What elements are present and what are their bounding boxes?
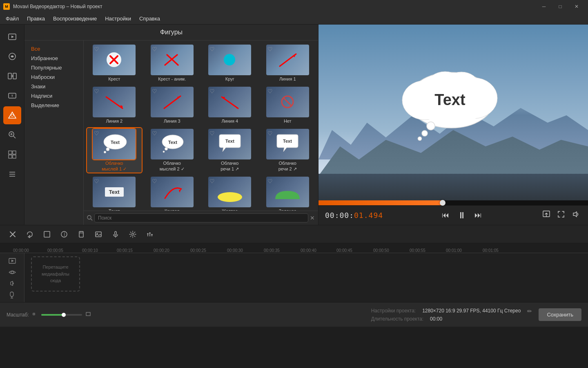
search-clear-button[interactable]: ✕ bbox=[310, 215, 315, 221]
skip-back-button[interactable]: ⏮ bbox=[439, 209, 452, 222]
search-bar: ✕ bbox=[84, 211, 318, 225]
filter-sketches[interactable]: Наброски bbox=[29, 73, 83, 81]
pause-button[interactable]: ⏸ bbox=[455, 209, 468, 222]
save-button[interactable]: Сохранить bbox=[539, 308, 581, 321]
menu-settings[interactable]: Настройки bbox=[101, 14, 135, 23]
zoom-max-icon[interactable] bbox=[85, 311, 91, 318]
shape-line2[interactable]: ♡ Линия 2 bbox=[87, 86, 142, 125]
volume-button[interactable] bbox=[570, 209, 581, 222]
filter-favorites[interactable]: Избранное bbox=[29, 54, 83, 63]
preview-area: Text 00:00:01.494 ⏮ ⏸ ⏭ bbox=[318, 25, 588, 225]
zoom-min-icon[interactable] bbox=[32, 311, 38, 318]
shape-thought2-label: Облачкомыслей 2 ✓ bbox=[160, 161, 185, 171]
shapes-grid-container[interactable]: ♡ Крест bbox=[84, 40, 318, 211]
fav-curved[interactable]: ♡ bbox=[152, 178, 157, 184]
fav-yellow[interactable]: ♡ bbox=[209, 178, 215, 184]
search-input[interactable] bbox=[94, 213, 308, 222]
zoom-slider[interactable] bbox=[41, 314, 82, 316]
app-icon: M bbox=[3, 3, 10, 10]
svg-rect-14 bbox=[13, 151, 16, 154]
menu-help[interactable]: Справка bbox=[135, 14, 164, 23]
filter-selection[interactable]: Выделение bbox=[29, 101, 83, 110]
fullscreen-button[interactable] bbox=[555, 209, 567, 222]
thought-bubble[interactable]: Text bbox=[392, 65, 498, 139]
progress-knob[interactable] bbox=[440, 200, 445, 206]
tool-undo[interactable] bbox=[24, 228, 36, 240]
svg-text:Text: Text bbox=[434, 91, 466, 108]
export-button[interactable] bbox=[541, 209, 552, 222]
audio-track-icon[interactable] bbox=[2, 280, 22, 287]
tool-crop[interactable] bbox=[41, 228, 53, 240]
fav-speech2[interactable]: ♡ bbox=[267, 130, 273, 137]
tool-equalizer[interactable] bbox=[144, 228, 156, 240]
shape-line4[interactable]: ♡ Линия 4 bbox=[203, 86, 257, 125]
shape-line3[interactable]: ♡ Линия 3 bbox=[145, 86, 200, 125]
shape-speech2[interactable]: ♡ Text Облачкоречи 2 ↗ bbox=[261, 128, 315, 172]
shape-none-label: Нет bbox=[284, 119, 292, 124]
menu-edit[interactable]: Правка bbox=[23, 14, 49, 23]
sidebar-effects-icon[interactable] bbox=[3, 47, 21, 65]
shape-yellow[interactable]: ♡ Желтое bbox=[203, 176, 257, 211]
shape-thought2[interactable]: ♡ Text Облачкомыслей 2 ✓ bbox=[145, 128, 200, 172]
menu-file[interactable]: Файл bbox=[2, 14, 23, 23]
fav-cross-anim[interactable]: ♡ bbox=[152, 46, 157, 52]
shape-circle[interactable]: ♡ Круг bbox=[203, 44, 257, 83]
shape-cross[interactable]: ♡ Крест bbox=[87, 44, 142, 83]
menu-playback[interactable]: Воспроизведение bbox=[49, 14, 101, 23]
sidebar-media-icon[interactable] bbox=[3, 28, 21, 46]
shape-circle-label: Круг bbox=[225, 76, 234, 82]
fav-line4[interactable]: ♡ bbox=[209, 88, 215, 94]
fav-speech1[interactable]: ♡ bbox=[209, 130, 215, 137]
svg-point-44 bbox=[163, 151, 165, 153]
sidebar-transitions-icon[interactable] bbox=[3, 67, 21, 85]
tool-delete[interactable] bbox=[7, 228, 19, 240]
shape-line1-label: Линия 1 bbox=[279, 76, 296, 82]
tool-remove-clip[interactable] bbox=[75, 228, 87, 240]
sidebar-titles-icon[interactable]: T bbox=[3, 87, 21, 105]
tool-settings[interactable] bbox=[127, 228, 139, 240]
shape-cross-anim[interactable]: ♡ Крест - аним. bbox=[145, 44, 200, 83]
close-button[interactable]: ✕ bbox=[568, 0, 585, 13]
fav-circle[interactable]: ♡ bbox=[209, 46, 215, 52]
shape-none[interactable]: ♡ Нет bbox=[261, 86, 315, 125]
filter-captions[interactable]: Надписи bbox=[29, 92, 83, 100]
tool-color[interactable] bbox=[58, 228, 70, 240]
maximize-button[interactable]: □ bbox=[552, 0, 568, 13]
fav-cross[interactable]: ♡ bbox=[94, 46, 99, 52]
volume-track-icon[interactable] bbox=[2, 291, 22, 298]
toolbar-row bbox=[0, 225, 588, 243]
drop-zone[interactable]: Перетащите медиафайлы сюда bbox=[31, 256, 80, 292]
tool-image[interactable] bbox=[92, 228, 105, 240]
sidebar-zoom-icon[interactable] bbox=[3, 126, 21, 144]
left-sidebar: T bbox=[0, 25, 24, 225]
sidebar-shapes-icon[interactable] bbox=[3, 106, 21, 124]
fav-none[interactable]: ♡ bbox=[267, 88, 273, 94]
shape-green[interactable]: ♡ Зеленое bbox=[261, 176, 315, 211]
filter-signs[interactable]: Знаки bbox=[29, 82, 83, 91]
fav-green[interactable]: ♡ bbox=[267, 178, 273, 184]
shape-curved[interactable]: ♡ Кривая bbox=[145, 176, 200, 211]
fav-thought2[interactable]: ♡ bbox=[152, 130, 157, 137]
zoom-knob[interactable] bbox=[62, 313, 66, 317]
sidebar-list-icon[interactable] bbox=[3, 165, 21, 183]
settings-edit-icon[interactable]: ✏ bbox=[527, 308, 532, 314]
minimize-button[interactable]: ─ bbox=[536, 0, 552, 13]
svg-marker-1 bbox=[11, 36, 14, 38]
fav-thought1[interactable]: ♡ bbox=[94, 130, 99, 137]
fav-line1[interactable]: ♡ bbox=[267, 46, 273, 52]
skip-forward-button[interactable]: ⏭ bbox=[472, 209, 485, 222]
sidebar-mosaic-icon[interactable] bbox=[3, 146, 21, 164]
eye-icon[interactable] bbox=[2, 269, 22, 276]
shape-line1[interactable]: ♡ Линия 1 bbox=[261, 44, 315, 83]
tool-audio[interactable] bbox=[109, 228, 122, 240]
filter-popular[interactable]: Популярные bbox=[29, 63, 83, 72]
shape-text[interactable]: ♡ Text Текст bbox=[87, 176, 142, 211]
shape-speech1[interactable]: ♡ Text Облачкоречи 1 ↗ bbox=[203, 128, 257, 172]
filter-all[interactable]: Все bbox=[29, 45, 83, 53]
video-track-icon[interactable] bbox=[2, 257, 22, 265]
fav-line2[interactable]: ♡ bbox=[94, 88, 99, 94]
progress-bar[interactable] bbox=[318, 200, 588, 205]
fav-text[interactable]: ♡ bbox=[94, 178, 99, 184]
shape-thought1[interactable]: ♡ Text Облачкомыслей 1 ✓ bbox=[87, 128, 142, 172]
fav-line3[interactable]: ♡ bbox=[152, 88, 157, 94]
